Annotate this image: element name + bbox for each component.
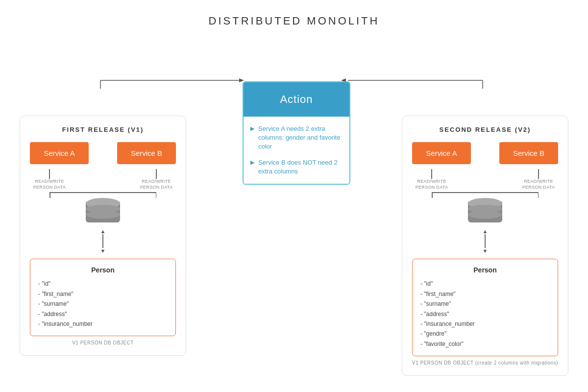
action-item-2: Service B does NOT need 2 extra columns: [258, 158, 343, 176]
action-item-1: Service A needs 2 extra columns: gender …: [258, 124, 343, 151]
left-panel-title: FIRST RELEASE (V1): [30, 126, 176, 133]
action-box: Action ▶ Service A needs 2 extra columns…: [243, 81, 350, 185]
right-service-a-button: Service A: [412, 142, 471, 164]
right-panel: SECOND RELEASE (V2) Service A Service B …: [402, 116, 568, 376]
left-person-title: Person: [38, 266, 168, 274]
left-person-box: Person - "id" - "first_name" - "surname"…: [30, 259, 176, 336]
right-person-title: Person: [420, 266, 550, 274]
action-arrow-2: ▶: [250, 159, 254, 166]
right-db-cylinder: [468, 198, 502, 226]
left-panel: FIRST RELEASE (V1) Service A Service B R…: [20, 116, 186, 356]
right-person-caption: V1 PERSON DB OBJECT (create 2 columns wi…: [412, 360, 558, 366]
right-person-box: Person - "id" - "first_name" - "surname"…: [412, 259, 558, 356]
left-service-b-button: Service B: [117, 142, 176, 164]
left-db-cylinder: [86, 198, 120, 226]
right-rw-label-b: READ/WRITEPERSON DATA: [522, 179, 555, 190]
right-person-fields: - "id" - "first_name" - "surname" - "add…: [420, 279, 550, 349]
action-arrow-1: ▶: [250, 125, 254, 132]
left-rw-label-a: READ/WRITEPERSON DATA: [33, 179, 66, 190]
right-rw-label-a: READ/WRITEPERSON DATA: [416, 179, 448, 190]
action-container: Action ▶ Service A needs 2 extra columns…: [240, 81, 353, 185]
left-person-caption: V1 PERSON DB OBJECT: [30, 340, 176, 345]
left-rw-label-b: READ/WRITEPERSON DATA: [140, 179, 172, 190]
action-header: Action: [244, 82, 349, 117]
right-service-b-button: Service B: [499, 142, 558, 164]
right-panel-title: SECOND RELEASE (V2): [412, 126, 558, 133]
page-title: DISTRIBUTED MONOLITH: [0, 0, 588, 37]
left-service-a-button: Service A: [30, 142, 89, 164]
left-person-fields: - "id" - "first_name" - "surname" - "add…: [38, 279, 168, 329]
